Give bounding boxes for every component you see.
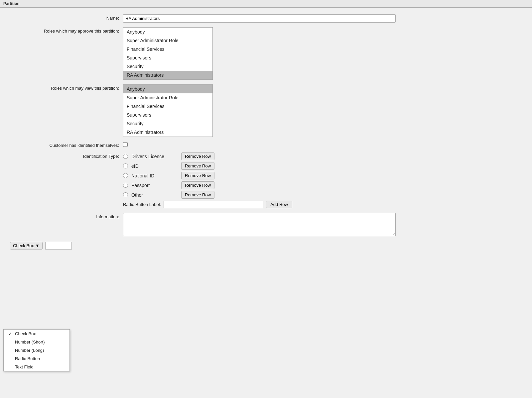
id-type-section: Driver's LicenceRemove RoweIDRemove RowN… (123, 152, 522, 199)
dropdown-item-label: Radio Button (15, 356, 40, 361)
view-listbox-item[interactable]: Anybody (123, 85, 212, 93)
dropdown-item-label: Check Box (15, 331, 36, 336)
identified-row: Customer has identified themselves: (10, 142, 522, 148)
id-type-item-row: OtherRemove Row (123, 191, 522, 199)
information-textarea[interactable] (123, 213, 396, 236)
view-listbox[interactable]: AnybodySuper Administrator RoleFinancial… (123, 84, 213, 137)
approve-listbox-item[interactable]: Security (123, 62, 212, 71)
id-type-item-label: Other (131, 192, 178, 198)
name-label: Name: (10, 14, 123, 21)
dropdown-trigger-button[interactable]: Check Box ▼ (10, 242, 43, 249)
radio-button-label-input[interactable] (164, 201, 263, 208)
information-row: Information: (10, 213, 522, 237)
view-roles-row: Roles which may view this partition: Any… (10, 84, 522, 137)
dropdown-popup-item[interactable]: ✓Check Box (4, 330, 69, 338)
title-bar: Partition (0, 0, 532, 8)
view-listbox-item[interactable]: RA Administrators (123, 128, 212, 137)
approve-roles-row: Roles which may approve this partition: … (10, 27, 522, 80)
id-type-item-row: PassportRemove Row (123, 181, 522, 189)
id-type-control: Driver's LicenceRemove RoweIDRemove RowN… (123, 152, 522, 208)
information-control (123, 213, 522, 237)
dropdown-chevron-icon: ▼ (35, 243, 40, 248)
dropdown-item-label: Number (Long) (15, 348, 44, 353)
form-content: Name: Roles which may approve this parti… (0, 8, 532, 256)
radio-label-row: Radio Button Label: Add Row (123, 201, 522, 208)
dropdown-item-label: Number (Short) (15, 340, 45, 345)
view-listbox-item[interactable]: Super Administrator Role (123, 93, 212, 102)
approve-listbox-item[interactable]: Anybody (123, 28, 212, 36)
remove-row-button[interactable]: Remove Row (181, 152, 214, 160)
dropdown-popup: ✓Check BoxNumber (Short)Number (Long)Rad… (3, 329, 70, 371)
id-type-item-row: Driver's LicenceRemove Row (123, 152, 522, 160)
id-type-radio[interactable] (123, 163, 128, 168)
id-type-item-label: National ID (131, 173, 178, 178)
id-type-item-row: National IDRemove Row (123, 172, 522, 179)
id-type-item-label: eID (131, 163, 178, 169)
view-listbox-item[interactable]: Financial Services (123, 102, 212, 111)
dropdown-popup-item[interactable]: Text Field (4, 363, 69, 371)
name-input[interactable] (123, 14, 396, 23)
title-bar-label: Partition (3, 1, 20, 6)
approve-listbox-item[interactable]: RA Administrators (123, 71, 212, 79)
identified-label: Customer has identified themselves: (10, 142, 123, 148)
id-type-item-label: Driver's Licence (131, 154, 178, 159)
approve-listbox[interactable]: AnybodySuper Administrator RoleFinancial… (123, 27, 213, 80)
remove-row-button[interactable]: Remove Row (181, 181, 214, 189)
remove-row-button[interactable]: Remove Row (181, 172, 214, 179)
name-control (123, 14, 522, 23)
id-type-radio[interactable] (123, 173, 128, 178)
id-type-radio[interactable] (123, 183, 128, 188)
approve-listbox-item[interactable]: Financial Services (123, 45, 212, 53)
remove-row-button[interactable]: Remove Row (181, 191, 214, 199)
approve-control: AnybodySuper Administrator RoleFinancial… (123, 27, 522, 80)
radio-button-label-text: Radio Button Label: (123, 202, 161, 207)
main-window: Partition Name: Roles which may approve … (0, 0, 532, 398)
id-type-radio[interactable] (123, 192, 128, 197)
view-label: Roles which may view this partition: (10, 84, 123, 91)
identified-checkbox[interactable] (123, 142, 128, 147)
small-field-input[interactable] (45, 242, 72, 249)
approve-label: Roles which may approve this partition: (10, 27, 123, 34)
approve-listbox-item[interactable]: Super Administrator Role (123, 36, 212, 45)
name-row: Name: (10, 14, 522, 23)
view-listbox-item[interactable]: Security (123, 119, 212, 128)
dropdown-check-icon: ✓ (8, 331, 13, 336)
dropdown-trigger-label: Check Box (13, 243, 34, 248)
approve-listbox-item[interactable]: Supervisors (123, 53, 212, 62)
dropdown-popup-item[interactable]: Number (Short) (4, 338, 69, 346)
dropdown-item-label: Text Field (15, 364, 34, 369)
view-listbox-item[interactable]: Supervisors (123, 111, 212, 119)
identified-control (123, 142, 522, 147)
id-type-label: Identification Type: (10, 152, 123, 159)
id-type-item-row: eIDRemove Row (123, 162, 522, 170)
add-row-button[interactable]: Add Row (266, 201, 292, 208)
dropdown-trigger-row: Check Box ▼ (10, 242, 522, 249)
dropdown-popup-item[interactable]: Number (Long) (4, 346, 69, 354)
id-type-item-label: Passport (131, 183, 178, 188)
view-control: AnybodySuper Administrator RoleFinancial… (123, 84, 522, 137)
id-type-row: Identification Type: Driver's LicenceRem… (10, 152, 522, 208)
dropdown-popup-item[interactable]: Radio Button (4, 354, 69, 363)
information-label: Information: (10, 213, 123, 219)
id-type-radio[interactable] (123, 154, 128, 159)
remove-row-button[interactable]: Remove Row (181, 162, 214, 170)
